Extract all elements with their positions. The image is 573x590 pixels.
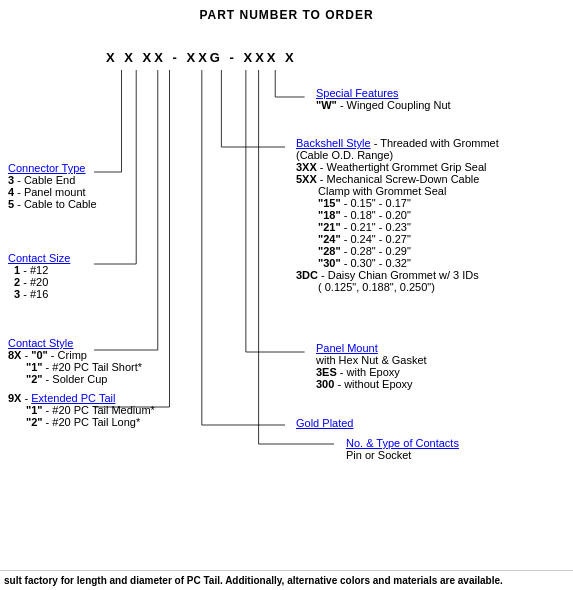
contact-style-8x: 8X - "0" - Crimp [8,349,142,361]
part-code: X X XX - XXG - XXX X [106,50,297,65]
connector-type-item-4: 4 - Panel mount [8,186,97,198]
backshell-3xx: 3XX - Weathertight Grommet Grip Seal [296,161,499,173]
panel-mount-label: Panel Mount with Hex Nut & Gasket 3ES - … [316,342,427,390]
backshell-15: "15" - 0.15" - 0.17" [318,197,499,209]
contact-size-label: Contact Size 1 - #12 2 - #20 3 - #16 [8,252,70,300]
contact-size-heading: Contact Size [8,252,70,264]
gold-plated-label: Gold Plated [296,417,353,429]
special-features-w: "W" - Winged Coupling Nut [316,99,451,111]
panel-mount-heading: Panel Mount [316,342,427,354]
special-features-heading: Special Features [316,87,451,99]
backshell-24: "24" - 0.24" - 0.27" [318,233,499,245]
no-contacts-sub: Pin or Socket [346,449,459,461]
no-contacts-heading: No. & Type of Contacts [346,437,459,449]
bottom-note-text: sult factory for length and diameter of … [4,575,503,586]
page: PART NUMBER TO ORDER X X XX - XXG - XXX … [0,0,573,590]
no-contacts-label: No. & Type of Contacts Pin or Socket [346,437,459,461]
backshell-30: "30" - 0.30" - 0.32" [318,257,499,269]
pc-tail-1: "1" - #20 PC Tail Medium* [26,404,155,416]
backshell-label: Backshell Style - Threaded with Grommet … [296,137,499,293]
panel-mount-300: 300 - without Epoxy [316,378,427,390]
panel-mount-3es: 3ES - with Epoxy [316,366,427,378]
pc-tail-9x: 9X - Extended PC Tail [8,392,155,404]
backshell-5xx-cont: Clamp with Grommet Seal [318,185,499,197]
backshell-sub: (Cable O.D. Range) [296,149,499,161]
backshell-3dc-ids: ( 0.125", 0.188", 0.250") [318,281,499,293]
backshell-21: "21" - 0.21" - 0.23" [318,221,499,233]
pc-tail-label: 9X - Extended PC Tail "1" - #20 PC Tail … [8,392,155,428]
contact-style-heading: Contact Style [8,337,142,349]
contact-size-item-2: 2 - #20 [14,276,70,288]
backshell-28: "28" - 0.28" - 0.29" [318,245,499,257]
connector-type-label: Connector Type 3 - Cable End 4 - Panel m… [8,162,97,210]
special-features-label: Special Features "W" - Winged Coupling N… [316,87,451,111]
bottom-note: sult factory for length and diameter of … [0,570,573,590]
contact-size-item-1: 1 - #12 [14,264,70,276]
backshell-5xx: 5XX - Mechanical Screw-Down Cable [296,173,499,185]
pc-tail-2: "2" - #20 PC Tail Long* [26,416,155,428]
diagram-area: X X XX - XXG - XXX X [6,32,567,522]
contact-style-2: "2" - Solder Cup [26,373,142,385]
gold-plated-heading: Gold Plated [296,417,353,429]
contact-style-label: Contact Style 8X - "0" - Crimp "1" - #20… [8,337,142,385]
page-title: PART NUMBER TO ORDER [6,8,567,22]
backshell-heading: Backshell Style - Threaded with Grommet [296,137,499,149]
panel-mount-sub: with Hex Nut & Gasket [316,354,427,366]
backshell-3dc: 3DC - Daisy Chian Grommet w/ 3 IDs [296,269,499,281]
connector-type-heading: Connector Type [8,162,97,174]
contact-style-1: "1" - #20 PC Tail Short* [26,361,142,373]
contact-size-item-3: 3 - #16 [14,288,70,300]
connector-type-item-5: 5 - Cable to Cable [8,198,97,210]
backshell-18: "18" - 0.18" - 0.20" [318,209,499,221]
connector-type-item-3: 3 - Cable End [8,174,97,186]
